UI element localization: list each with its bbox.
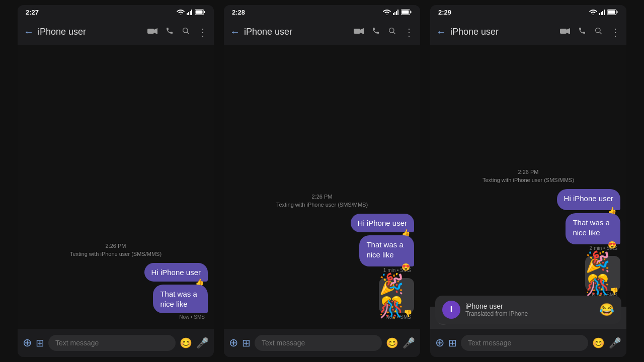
bubble-3-1: Hi iPhone user 👍 (557, 189, 620, 211)
svg-rect-27 (617, 11, 618, 13)
emoji-icon-2[interactable]: 😊 (386, 337, 398, 349)
back-button-2[interactable]: ← (230, 26, 240, 38)
back-button-3[interactable]: ← (436, 26, 446, 38)
back-button-1[interactable]: ← (24, 26, 34, 38)
wifi-icon-3 (589, 9, 597, 15)
phone-icon-3[interactable] (578, 27, 586, 37)
svg-rect-14 (397, 10, 398, 15)
phone-screen-3: 2:29 ← iPhone user ⋮ (430, 5, 626, 357)
svg-rect-2 (190, 11, 191, 15)
mic-icon-2[interactable]: 🎤 (403, 337, 415, 349)
battery-icon-2 (401, 9, 412, 15)
svg-rect-29 (560, 29, 567, 34)
input-bar-3: ⊕ ⊞ 😊 🎤 (430, 329, 626, 357)
emoji-icon-1[interactable]: 😊 (180, 337, 192, 349)
svg-rect-18 (354, 29, 360, 34)
system-msg-2: Texting with iPhone user (SMS/MMS) (230, 202, 414, 208)
gallery-icon-1[interactable]: ⊞ (36, 337, 44, 349)
svg-rect-24 (602, 11, 603, 15)
top-bar-2: ← iPhone user ⋮ (224, 19, 420, 45)
svg-rect-11 (393, 13, 394, 15)
messages-area-3: 2:26 PM Texting with iPhone user (SMS/MM… (430, 45, 626, 307)
wifi-icon (177, 9, 185, 15)
svg-line-21 (393, 32, 395, 34)
more-icon-3[interactable]: ⋮ (610, 26, 620, 38)
text-input-3[interactable] (461, 335, 588, 351)
bubble-text-3-2: That was a nice like (573, 218, 609, 237)
signal-icon-2 (393, 9, 399, 15)
reaction-3-2: 😍 (608, 240, 616, 249)
msg-row-2-2: That was a nice like 😍 1 min • SMS (230, 235, 414, 275)
status-bar-1: 2:27 (18, 5, 214, 19)
status-bar-2: 2:28 (224, 5, 420, 19)
msg-row-1-2: That was a nice like Now • SMS (24, 285, 208, 322)
sticker-3-3: 🎉🎊 (585, 256, 620, 291)
add-icon-3[interactable]: ⊕ (435, 336, 444, 349)
svg-rect-17 (402, 11, 409, 14)
gallery-icon-2[interactable]: ⊞ (242, 337, 251, 349)
video-call-icon-1[interactable] (147, 27, 157, 37)
svg-rect-7 (147, 29, 154, 34)
sticker-2-3: 🎉🎊 (379, 278, 414, 313)
bubble-2-1: Hi iPhone user 👍 (351, 214, 414, 233)
time-label-1: 2:26 PM (24, 243, 208, 249)
svg-marker-30 (567, 28, 570, 34)
notif-name-3: iPhone user (465, 302, 594, 310)
add-icon-2[interactable]: ⊕ (229, 336, 238, 349)
status-time-2: 2:28 (232, 9, 245, 16)
text-input-1[interactable] (48, 335, 176, 351)
top-icons-1: ⋮ (147, 26, 208, 38)
bubble-1-1: Hi iPhone user 👍 (144, 263, 208, 282)
search-icon-2[interactable] (388, 27, 396, 37)
mic-icon-1[interactable]: 🎤 (196, 337, 209, 349)
more-icon-2[interactable]: ⋮ (404, 26, 414, 38)
msg-row-1-1: Hi iPhone user 👍 (24, 263, 208, 282)
battery-icon (195, 9, 206, 15)
video-call-icon-3[interactable] (560, 27, 570, 37)
svg-rect-25 (604, 10, 605, 15)
more-icon-1[interactable]: ⋮ (198, 26, 208, 38)
svg-rect-5 (204, 11, 205, 13)
mic-icon-3[interactable]: 🎤 (609, 337, 621, 349)
top-icons-3: ⋮ (560, 26, 620, 38)
signal-icon (187, 9, 193, 15)
msg-row-3-2: That was a nice like 😍 2 min • SMS (436, 213, 620, 253)
top-bar-1: ← iPhone user ⋮ (18, 19, 214, 45)
svg-marker-19 (360, 28, 364, 34)
contact-name-1: iPhone user (38, 27, 147, 37)
bubble-text-1-2: That was a nice like (160, 290, 197, 308)
phone-screen-1: 2:27 ← iPhone user ⋮ (18, 5, 214, 357)
add-icon-1[interactable]: ⊕ (23, 336, 32, 349)
battery-icon-3 (607, 9, 618, 15)
time-label-3: 2:26 PM (436, 169, 620, 175)
phone-icon-1[interactable] (166, 27, 174, 37)
bubble-1-2: That was a nice like (153, 285, 208, 313)
emoji-icon-3[interactable]: 😊 (592, 337, 605, 349)
signal-icon-3 (599, 9, 605, 15)
svg-point-20 (389, 28, 394, 33)
video-call-icon-2[interactable] (354, 27, 364, 37)
svg-rect-23 (601, 12, 602, 15)
bubble-2-2: That was a nice like 😍 (359, 235, 414, 266)
phone-screen-2: 2:28 ← iPhone user ⋮ (224, 5, 420, 357)
search-icon-3[interactable] (594, 27, 602, 37)
notif-avatar-3: I (442, 301, 460, 319)
phone-icon-2[interactable] (372, 27, 380, 37)
reaction-3-3: 👎 (610, 287, 618, 295)
gallery-icon-3[interactable]: ⊞ (448, 337, 457, 349)
reaction-2-2: 😍 (401, 262, 410, 272)
svg-rect-16 (411, 11, 412, 13)
contact-name-2: iPhone user (244, 27, 354, 37)
bubble-text-1-1: Hi iPhone user (151, 268, 201, 277)
bubble-text-2-1: Hi iPhone user (358, 219, 407, 227)
text-input-2[interactable] (255, 335, 382, 351)
svg-rect-13 (396, 11, 397, 15)
search-icon-1[interactable] (182, 27, 190, 37)
msg-row-3-3: 🎉🎊 👎 Now • SMS (436, 256, 620, 300)
input-bar-1: ⊕ ⊞ 😊 🎤 (18, 329, 214, 357)
msg-row-3-1: Hi iPhone user 👍 (436, 189, 620, 211)
svg-rect-3 (191, 10, 192, 15)
top-icons-2: ⋮ (354, 26, 414, 38)
notification-popup-3[interactable]: I iPhone user Translated from iPhone 😂 (435, 296, 621, 324)
svg-marker-8 (154, 28, 157, 34)
